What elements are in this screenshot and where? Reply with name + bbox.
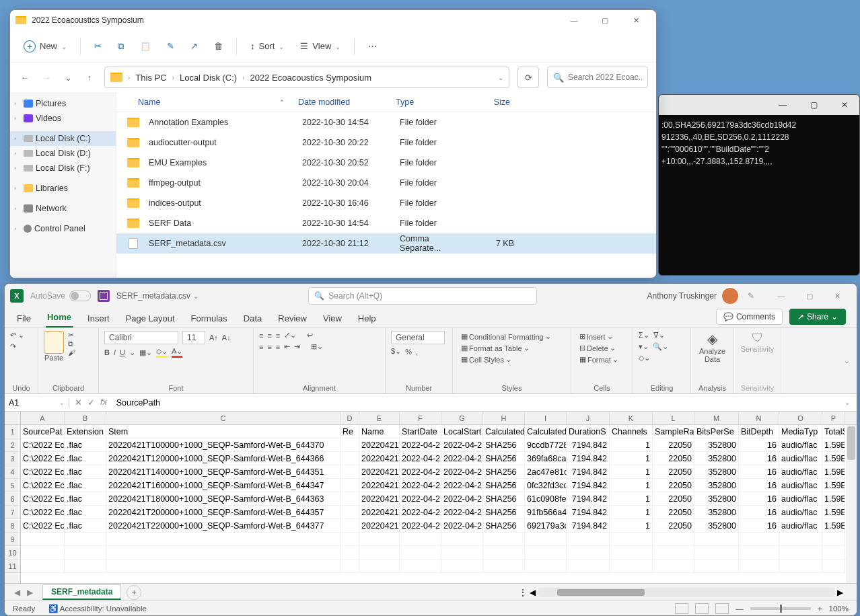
more-button[interactable]: ⋯ xyxy=(361,37,384,55)
format-button[interactable]: ▦ Format ⌄ xyxy=(577,354,627,365)
cell[interactable]: 2022-04-2 xyxy=(441,438,483,451)
align-bottom-button[interactable]: ≡ xyxy=(276,332,280,340)
grid-row[interactable]: C:\2022 Ec.flac20220421T120000+1000_SEQP… xyxy=(21,452,857,465)
cell[interactable]: 16 xyxy=(739,492,779,505)
cell[interactable] xyxy=(739,560,779,572)
cell[interactable]: .flac xyxy=(65,465,106,478)
cell[interactable]: 2022-04-2 xyxy=(441,452,483,465)
cell-reference[interactable]: A1⌄ xyxy=(5,398,69,408)
grid-row[interactable]: C:\2022 Ec.flac20220421T220000+1000_SEQP… xyxy=(21,519,857,533)
search-input[interactable] xyxy=(568,73,642,82)
increase-indent-button[interactable]: ⇥ xyxy=(294,342,300,351)
paste-button[interactable]: 📋 xyxy=(133,37,157,55)
enter-icon[interactable]: ✓ xyxy=(87,397,95,408)
explorer-titlebar[interactable]: 2022 Ecoacoustics Symposium — ▢ ✕ xyxy=(10,10,656,30)
cell[interactable] xyxy=(653,560,694,572)
row-header[interactable]: 4 xyxy=(5,465,20,479)
cell[interactable] xyxy=(610,560,653,572)
page-layout-view-button[interactable] xyxy=(695,603,709,614)
minimize-button[interactable]: — xyxy=(559,11,589,30)
cell[interactable] xyxy=(341,452,359,465)
select-all-cell[interactable] xyxy=(5,412,20,425)
sheet-prev-button[interactable]: ◀ xyxy=(14,588,20,597)
row-header[interactable]: 11 xyxy=(5,560,20,573)
cell[interactable]: .flac xyxy=(65,452,106,465)
cell[interactable]: 2022-04-2 xyxy=(441,479,483,492)
cell[interactable]: 22050 xyxy=(653,452,694,465)
cell[interactable] xyxy=(653,533,694,545)
cell[interactable]: Name xyxy=(359,425,400,438)
breadcrumb[interactable]: › This PC › Local Disk (C:) › 2022 Ecoac… xyxy=(104,67,509,88)
file-row[interactable]: ffmpeg-output2022-10-30 20:04File folder xyxy=(116,173,656,193)
cell[interactable]: .flac xyxy=(65,506,106,518)
refresh-button[interactable]: ⟳ xyxy=(517,67,539,88)
file-row[interactable]: SERF_metadata.csv2022-10-30 21:12Comma S… xyxy=(116,233,656,254)
formula-input[interactable]: SourcePath xyxy=(112,398,838,408)
cell[interactable]: 20220421T xyxy=(359,506,400,518)
cell[interactable]: C:\2022 Ec xyxy=(21,438,65,451)
grid-row[interactable] xyxy=(21,533,857,546)
cell[interactable]: 22050 xyxy=(653,519,694,532)
cell[interactable]: StartDate xyxy=(400,425,441,438)
cell[interactable]: 20220421T xyxy=(359,492,400,505)
align-right-button[interactable]: ≡ xyxy=(276,343,280,351)
ribbon-tab-review[interactable]: Review xyxy=(277,309,308,328)
tree-local-disk-d[interactable]: ›Local Disk (D:) xyxy=(10,146,116,161)
forward-button[interactable]: → xyxy=(40,73,53,83)
cell[interactable]: 16 xyxy=(739,506,779,518)
row-header[interactable]: 6 xyxy=(5,492,20,506)
cell[interactable]: 91fb566a4 xyxy=(525,506,567,518)
chevron-down-icon[interactable]: ⌄ xyxy=(498,74,503,81)
cell[interactable]: 7194.842 xyxy=(567,465,610,478)
autosum-button[interactable]: Σ⌄ xyxy=(639,331,649,340)
cell[interactable] xyxy=(341,560,359,572)
vertical-scrollbar[interactable] xyxy=(846,425,857,583)
ribbon-tab-formulas[interactable]: Formulas xyxy=(190,309,229,328)
column-header[interactable]: O xyxy=(779,412,822,424)
cell[interactable] xyxy=(567,560,610,572)
sheet-tab-active[interactable]: SERF_metadata xyxy=(42,584,121,600)
cell[interactable]: 20220421T220000+1000_SEQP-Samford-Wet-B_… xyxy=(106,519,341,532)
cell[interactable]: 2022-04-2 xyxy=(441,519,483,532)
cell[interactable] xyxy=(359,533,400,545)
increase-font-button[interactable]: A↑ xyxy=(209,334,218,342)
cell[interactable]: 22050 xyxy=(653,492,694,505)
cell[interactable] xyxy=(65,533,106,545)
cell[interactable]: .flac xyxy=(65,438,106,451)
font-name-select[interactable]: Calibri xyxy=(104,331,178,344)
sort-button[interactable]: ↕ Sort xyxy=(244,37,291,55)
maximize-button[interactable]: ▢ xyxy=(799,95,828,114)
cell[interactable]: audio/flac xyxy=(779,438,822,451)
column-header[interactable]: L xyxy=(653,412,694,424)
cell[interactable]: 0fc32fd3cc xyxy=(525,479,567,492)
cell[interactable]: 352800 xyxy=(694,465,739,478)
cell[interactable]: 2022-04-2 xyxy=(400,519,441,532)
chevron-down-icon[interactable] xyxy=(193,291,199,301)
cell[interactable]: 16 xyxy=(739,465,779,478)
cell[interactable]: 2022-04-2 xyxy=(400,438,441,451)
cell[interactable]: DurationS xyxy=(567,425,610,438)
crumb-this-pc[interactable]: This PC xyxy=(135,73,166,83)
cell[interactable] xyxy=(341,519,359,532)
ribbon-tab-home[interactable]: Home xyxy=(46,308,73,328)
cell[interactable] xyxy=(341,479,359,492)
italic-button[interactable]: I xyxy=(114,348,116,356)
cell[interactable]: 352800 xyxy=(694,492,739,505)
align-top-button[interactable]: ≡ xyxy=(259,332,263,340)
cell[interactable] xyxy=(106,546,341,559)
cell[interactable]: 7194.842 xyxy=(567,479,610,492)
cell[interactable]: 20220421T200000+1000_SEQP-Samford-Wet-B_… xyxy=(106,506,341,518)
row-header[interactable]: 9 xyxy=(5,533,20,546)
cell[interactable] xyxy=(822,533,845,545)
cell[interactable] xyxy=(525,560,567,572)
ribbon-tab-page-layout[interactable]: Page Layout xyxy=(124,309,176,328)
font-color-button[interactable]: A⌄ xyxy=(172,347,182,358)
cell[interactable] xyxy=(106,560,341,572)
ribbon-tab-insert[interactable]: Insert xyxy=(86,309,111,328)
cell[interactable]: 2022-04-2 xyxy=(441,506,483,518)
grid-row[interactable]: C:\2022 Ec.flac20220421T200000+1000_SEQP… xyxy=(21,506,857,519)
cell[interactable] xyxy=(694,546,739,559)
cell[interactable]: 20220421T xyxy=(359,465,400,478)
delete-button[interactable]: ⊟ Delete ⌄ xyxy=(577,342,627,354)
excel-titlebar[interactable]: X AutoSave SERF_metadata.csv 🔍 Search (A… xyxy=(5,284,857,308)
